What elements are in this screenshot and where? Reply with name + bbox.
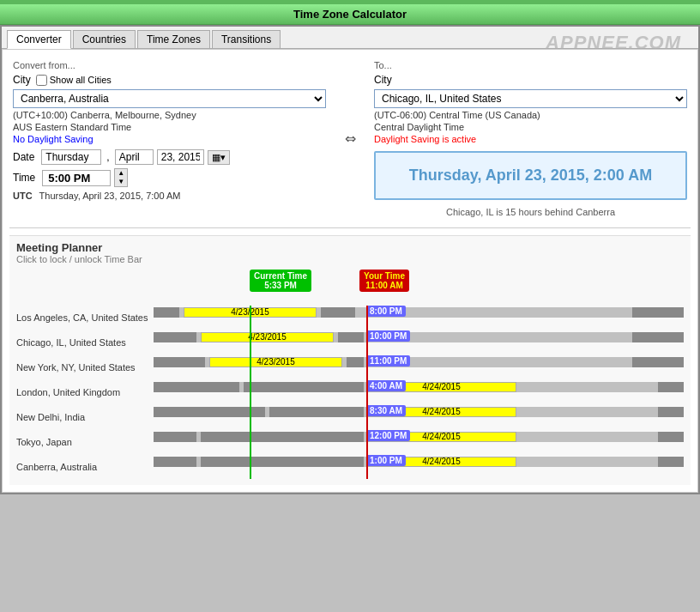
- utc-label: UTC: [13, 191, 33, 201]
- date-day-input[interactable]: [41, 149, 101, 165]
- date-label: Date: [13, 151, 34, 163]
- city-to-label: City: [374, 74, 392, 86]
- city-row-newyork: New York, NY, United States 4/23/2015 11…: [16, 355, 684, 379]
- show-all-cities-label: Show all Cities: [36, 75, 112, 86]
- behind-text: Chicago, IL is 15 hours behind Canberra: [374, 207, 687, 217]
- to-tz2-info: Central Daylight Time: [374, 122, 687, 132]
- show-all-cities-checkbox[interactable]: [36, 75, 47, 86]
- city-from-label: City: [13, 74, 31, 86]
- time-input[interactable]: [42, 170, 111, 186]
- city-row-los-angeles: Los Angeles, CA, United States 4/23/2015…: [16, 306, 684, 330]
- date-month-input[interactable]: [115, 149, 154, 165]
- city-row-tokyo: Tokyo, Japan 4/24/2015 12:00 PM: [16, 430, 684, 454]
- red-time-line: [366, 306, 368, 479]
- from-tz-info: (UTC+10:00) Canberra, Melbourne, Sydney: [13, 110, 326, 120]
- from-city-select[interactable]: Canberra, Australia: [13, 89, 326, 108]
- app-title: Time Zone Calculator: [0, 4, 700, 25]
- from-tz2-info: AUS Eastern Standard Time: [13, 122, 326, 132]
- city-row-chicago: Chicago, IL, United States 4/23/2015 10:…: [16, 330, 684, 354]
- result-text: Thursday, April 23, 2015, 2:00 AM: [384, 167, 677, 185]
- calendar-button[interactable]: ▦▾: [208, 150, 230, 165]
- city-row-london: London, United Kingdom 4/24/2015 4:00 AM: [16, 380, 684, 404]
- meeting-planner: Meeting Planner Click to lock / unlock T…: [9, 235, 691, 485]
- utc-value: Thursday, April 23, 2015, 7:00 AM: [39, 191, 181, 201]
- time-up[interactable]: ▲: [115, 169, 127, 178]
- time-down[interactable]: ▼: [115, 178, 127, 186]
- timeline-container: Los Angeles, CA, United States 4/23/2015…: [16, 306, 684, 479]
- swap-button[interactable]: ⇔: [338, 130, 362, 147]
- meeting-planner-title: Meeting Planner: [16, 241, 684, 254]
- to-tz-info: (UTC-06:00) Central Time (US Canada): [374, 110, 687, 120]
- to-city-select[interactable]: Chicago, IL, United States: [374, 89, 687, 108]
- to-label: To...: [374, 60, 687, 70]
- your-time-marker: Your Time 11:00 AM: [359, 270, 409, 292]
- lock-hint[interactable]: Click to lock / unlock Time Bar: [16, 254, 684, 264]
- tab-countries[interactable]: Countries: [73, 30, 136, 48]
- result-box: Thursday, April 23, 2015, 2:00 AM: [374, 151, 687, 200]
- green-time-line: [250, 306, 251, 479]
- date-daynum-input[interactable]: [157, 149, 204, 165]
- your-time-badge: Your Time 11:00 AM: [359, 270, 409, 292]
- from-label: Convert from...: [13, 60, 326, 70]
- current-time-badge: Current Time 5:33 PM: [250, 270, 311, 292]
- city-row-newdelhi: New Delhi, India 4/24/2015 8:30 AM: [16, 405, 684, 429]
- current-time-marker: Current Time 5:33 PM: [250, 270, 311, 292]
- from-dst-info: No Daylight Saving: [13, 134, 326, 144]
- time-label: Time: [13, 172, 35, 184]
- tab-timezones[interactable]: Time Zones: [137, 30, 210, 48]
- to-dst-info: Daylight Saving is active: [374, 134, 687, 144]
- city-row-canberra: Canberra, Australia 4/24/2015 1:00 PM: [16, 455, 684, 479]
- appnee-logo: APPNEE.COM: [546, 32, 681, 54]
- tab-transitions[interactable]: Transitions: [212, 30, 281, 48]
- swap-icon: ⇔: [345, 130, 356, 147]
- tab-converter[interactable]: Converter: [7, 30, 71, 49]
- time-spinner[interactable]: ▲ ▼: [114, 168, 128, 187]
